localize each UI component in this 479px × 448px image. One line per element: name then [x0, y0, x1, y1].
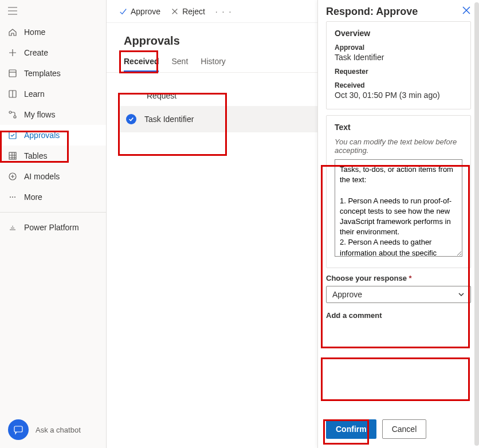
- comment-label: Add a comment: [326, 311, 471, 320]
- sidebar-item-label: Power Platform: [24, 223, 79, 232]
- sidebar-item-home[interactable]: Home: [0, 22, 106, 42]
- chatbot-label: Ask a chatbot: [36, 426, 81, 434]
- svg-point-7: [10, 197, 11, 198]
- sidebar-item-learn[interactable]: Learn: [0, 84, 106, 104]
- svg-point-2: [9, 111, 11, 113]
- sidebar-item-label: Tables: [24, 151, 47, 160]
- plus-icon: [8, 48, 17, 57]
- tab-history[interactable]: History: [201, 57, 226, 72]
- received-label: Received: [335, 81, 462, 89]
- reject-label: Reject: [182, 7, 205, 16]
- text-hint: You can modify the text below before acc…: [335, 137, 462, 155]
- sidebar-item-label: Create: [24, 48, 48, 57]
- sidebar-item-ai-models[interactable]: AI models: [0, 166, 106, 187]
- text-card: Text You can modify the text below befor…: [326, 115, 471, 268]
- approve-button[interactable]: Approve: [119, 7, 160, 16]
- svg-rect-0: [9, 70, 16, 77]
- cancel-button[interactable]: Cancel: [382, 419, 427, 439]
- response-select[interactable]: Approve: [326, 286, 471, 303]
- hamburger-menu-icon[interactable]: [0, 3, 106, 22]
- choose-response: Choose your response * Approve: [326, 274, 471, 303]
- svg-rect-10: [14, 426, 22, 432]
- approvals-icon: [8, 131, 17, 140]
- sidebar-item-label: Learn: [24, 89, 45, 99]
- tab-received[interactable]: Received: [124, 57, 159, 72]
- svg-point-8: [12, 197, 13, 198]
- sidebar-item-more[interactable]: More: [0, 187, 106, 207]
- close-icon[interactable]: [462, 6, 471, 17]
- text-heading: Text: [335, 123, 462, 132]
- svg-rect-4: [9, 132, 16, 139]
- sidebar-item-tables[interactable]: Tables: [0, 146, 106, 166]
- sidebar-item-label: AI models: [24, 172, 60, 181]
- svg-point-9: [14, 197, 15, 198]
- respond-panel: Respond: Approve Overview Approval Task …: [317, 0, 479, 448]
- requester-label: Requester: [335, 68, 462, 76]
- sidebar-item-power-platform[interactable]: Power Platform: [0, 217, 106, 238]
- ai-icon: [8, 172, 17, 181]
- approval-label: Approval: [335, 44, 462, 52]
- approve-label: Approve: [131, 7, 160, 16]
- tab-sent[interactable]: Sent: [171, 57, 188, 72]
- more-actions-icon[interactable]: · · ·: [215, 7, 232, 16]
- sidebar-item-label: My flows: [24, 110, 55, 119]
- status-check-icon: [126, 114, 136, 124]
- sidebar-item-templates[interactable]: Templates: [0, 63, 106, 84]
- main-area: Approve Reject · · · Approvals ReceivedS…: [107, 0, 479, 448]
- flow-icon: [8, 110, 17, 119]
- reject-button[interactable]: Reject: [171, 7, 205, 16]
- sidebar-item-label: More: [24, 192, 42, 202]
- chatbot-button[interactable]: [8, 419, 29, 440]
- overview-card: Overview Approval Task Identifier Reques…: [326, 21, 471, 109]
- sidebar-item-approvals[interactable]: Approvals: [0, 125, 106, 146]
- panel-footer: Confirm Cancel: [318, 414, 479, 448]
- sidebar: HomeCreateTemplatesLearnMy flowsApproval…: [0, 0, 107, 448]
- received-value: Oct 30, 01:50 PM (3 min ago): [335, 91, 462, 100]
- confirm-button[interactable]: Confirm: [326, 419, 376, 439]
- sidebar-item-label: Home: [24, 27, 45, 37]
- template-icon: [8, 69, 17, 78]
- sidebar-item-create[interactable]: Create: [0, 42, 106, 63]
- platform-icon: [8, 223, 17, 232]
- overview-heading: Overview: [335, 29, 462, 38]
- panel-title: Respond: Approve: [326, 6, 418, 18]
- home-icon: [8, 27, 17, 37]
- svg-point-3: [14, 116, 16, 118]
- sidebar-item-label: Approvals: [24, 131, 60, 140]
- chevron-down-icon: [458, 291, 465, 298]
- sidebar-item-label: Templates: [24, 69, 61, 78]
- panel-scrollbar[interactable]: [474, 2, 479, 446]
- more-icon: [8, 192, 17, 202]
- choose-label: Choose your response *: [326, 274, 471, 282]
- learn-icon: [8, 89, 17, 99]
- table-icon: [8, 151, 17, 160]
- sidebar-item-my-flows[interactable]: My flows: [0, 104, 106, 125]
- response-value: Approve: [332, 290, 362, 299]
- svg-rect-5: [9, 152, 16, 159]
- row-title: Task Identifier: [144, 115, 194, 124]
- approval-value: Task Identifier: [335, 53, 462, 62]
- text-textarea[interactable]: [335, 159, 462, 257]
